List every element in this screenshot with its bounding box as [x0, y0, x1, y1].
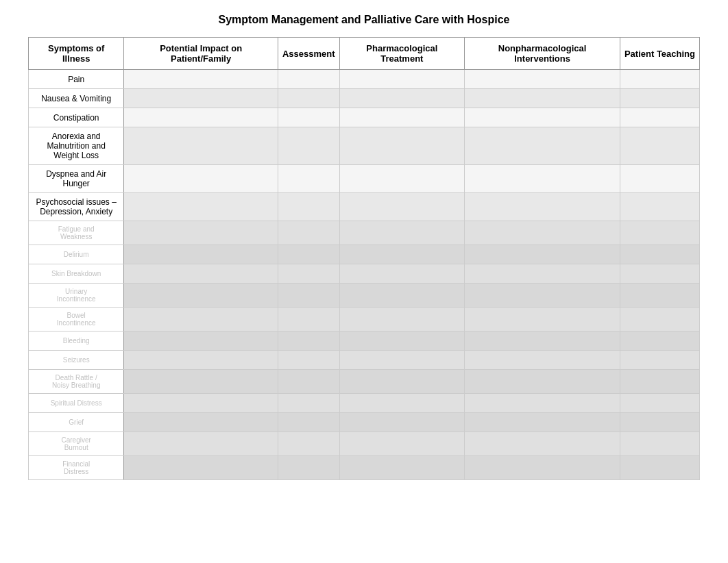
cell-symptom: Spiritual Distress	[29, 394, 124, 413]
table-row: Anorexia andMalnutrition andWeight Loss	[29, 127, 700, 165]
cell-data	[278, 193, 339, 221]
table-row: Grief	[29, 413, 700, 432]
cell-data	[465, 89, 620, 108]
cell-data	[278, 165, 339, 193]
table-row: Constipation	[29, 108, 700, 127]
cell-data	[620, 331, 699, 351]
cell-data	[124, 394, 278, 413]
cell-data	[278, 308, 339, 331]
cell-symptom: Skin Breakdown	[29, 264, 124, 284]
cell-data	[339, 165, 465, 193]
cell-data	[465, 165, 620, 193]
cell-data	[278, 413, 339, 432]
cell-data	[465, 70, 620, 89]
cell-data	[339, 221, 465, 245]
cell-data	[620, 165, 699, 193]
cell-data	[124, 89, 278, 108]
cell-data	[620, 370, 699, 394]
symptom-management-table: Symptoms of Illness Potential Impact on …	[28, 37, 700, 480]
cell-data	[339, 413, 465, 432]
cell-symptom: CaregiverBurnout	[29, 432, 124, 456]
col-header-pharm: Pharmacological Treatment	[339, 38, 465, 70]
cell-data	[124, 351, 278, 370]
cell-data	[339, 264, 465, 284]
cell-data	[124, 432, 278, 456]
cell-symptom: Bleeding	[29, 331, 124, 351]
table-row: CaregiverBurnout	[29, 432, 700, 456]
cell-symptom: Nausea & Vomiting	[29, 89, 124, 108]
cell-data	[278, 221, 339, 245]
cell-data	[278, 284, 339, 308]
cell-data	[339, 351, 465, 370]
cell-data	[124, 413, 278, 432]
cell-data	[278, 331, 339, 351]
cell-data	[124, 221, 278, 245]
cell-symptom: Dyspnea and AirHunger	[29, 165, 124, 193]
table-row: Pain	[29, 70, 700, 89]
table-row: Seizures	[29, 351, 700, 370]
cell-data	[278, 394, 339, 413]
cell-data	[465, 221, 620, 245]
table-row: BowelIncontinence	[29, 308, 700, 331]
cell-data	[278, 245, 339, 264]
cell-symptom: Death Rattle /Noisy Breathing	[29, 370, 124, 394]
cell-data	[620, 70, 699, 89]
cell-data	[465, 193, 620, 221]
cell-data	[124, 264, 278, 284]
cell-data	[465, 370, 620, 394]
cell-data	[620, 394, 699, 413]
cell-symptom: Constipation	[29, 108, 124, 127]
cell-data	[278, 351, 339, 370]
cell-data	[278, 108, 339, 127]
cell-symptom: Fatigue andWeakness	[29, 221, 124, 245]
col-header-teaching: Patient Teaching	[620, 38, 699, 70]
table-wrapper: Symptoms of Illness Potential Impact on …	[28, 37, 700, 480]
col-header-assessment: Assessment	[278, 38, 339, 70]
table-row: Fatigue andWeakness	[29, 221, 700, 245]
cell-data	[124, 331, 278, 351]
cell-data	[620, 89, 699, 108]
cell-data	[465, 456, 620, 480]
page-title: Symptom Management and Palliative Care w…	[219, 14, 510, 26]
cell-data	[620, 432, 699, 456]
cell-data	[339, 432, 465, 456]
table-row: Delirium	[29, 245, 700, 264]
cell-data	[465, 432, 620, 456]
cell-symptom: FinancialDistress	[29, 456, 124, 480]
cell-data	[339, 70, 465, 89]
table-row: Spiritual Distress	[29, 394, 700, 413]
cell-data	[339, 394, 465, 413]
cell-symptom: UrinaryIncontinence	[29, 284, 124, 308]
table-row: Dyspnea and AirHunger	[29, 165, 700, 193]
cell-data	[339, 245, 465, 264]
cell-data	[339, 370, 465, 394]
cell-data	[465, 264, 620, 284]
cell-data	[339, 89, 465, 108]
cell-data	[620, 245, 699, 264]
cell-data	[620, 413, 699, 432]
table-row: Skin Breakdown	[29, 264, 700, 284]
cell-data	[278, 370, 339, 394]
cell-symptom: Psychosocial issues –Depression, Anxiety	[29, 193, 124, 221]
cell-data	[124, 165, 278, 193]
cell-data	[465, 308, 620, 331]
cell-data	[620, 308, 699, 331]
cell-data	[124, 193, 278, 221]
col-header-nonpharm: Nonpharmacological Interventions	[465, 38, 620, 70]
table-row: Bleeding	[29, 331, 700, 351]
cell-data	[339, 456, 465, 480]
cell-data	[620, 221, 699, 245]
cell-data	[339, 331, 465, 351]
cell-data	[339, 193, 465, 221]
cell-data	[278, 456, 339, 480]
cell-data	[465, 127, 620, 165]
cell-data	[465, 351, 620, 370]
cell-data	[339, 127, 465, 165]
cell-data	[278, 127, 339, 165]
table-row: Nausea & Vomiting	[29, 89, 700, 108]
cell-data	[124, 284, 278, 308]
cell-symptom: BowelIncontinence	[29, 308, 124, 331]
cell-data	[465, 284, 620, 308]
cell-symptom: Pain	[29, 70, 124, 89]
cell-data	[124, 456, 278, 480]
